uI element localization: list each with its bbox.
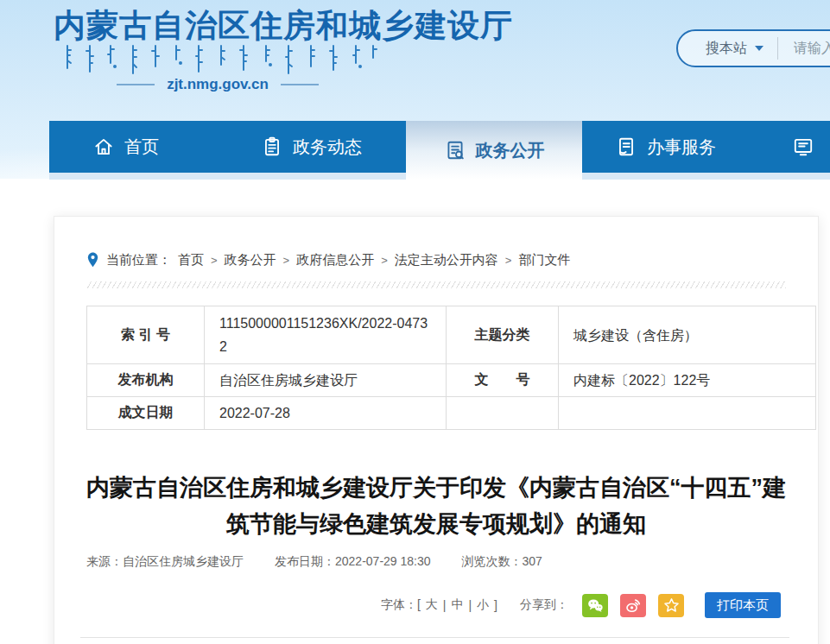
pubdate-value: 2022-07-29 18:30 <box>335 554 431 570</box>
site-domain-row: zjt.nmg.gov.cn <box>54 76 382 93</box>
home-icon <box>92 136 115 158</box>
breadcrumb-item-dept-docs[interactable]: 部门文件 <box>518 252 570 268</box>
font-control-suffix: ] <box>494 598 497 612</box>
weibo-icon <box>624 597 643 615</box>
breadcrumb-item-statutory[interactable]: 法定主动公开内容 <box>395 252 498 268</box>
star-icon <box>662 597 681 615</box>
doc-service-icon <box>615 136 637 158</box>
search-scope-select[interactable]: 搜本站 <box>706 40 747 58</box>
article-meta: 来源： 自治区住房城乡建设厅 发布日期： 2022-07-29 18:30 浏览… <box>86 554 786 570</box>
topic-label: 主题分类 <box>447 306 559 364</box>
content-panel: 当前位置： 首页 > 政务公开 > 政府信息公开 > 法定主动公开内容 > 部门… <box>54 216 819 644</box>
index-label: 索 引 号 <box>87 306 205 364</box>
breadcrumb-item-home[interactable]: 首页 <box>178 252 204 268</box>
article-title: 内蒙古自治区住房和城乡建设厅关于印发《内蒙古自治区“十四五”建筑节能与绿色建筑发… <box>86 470 786 542</box>
site-title[interactable]: 内蒙古自治区住房和城乡建设厅 <box>54 4 513 47</box>
table-row: 索 引 号 1115000001151236XK/2022-04732 主题分类… <box>87 306 816 364</box>
main-nav: 首页 政务动态 政务公开 办事服务 <box>49 121 830 173</box>
breadcrumb-prefix: 当前位置： <box>106 252 171 268</box>
nav-item-label: 政务动态 <box>293 136 362 159</box>
breadcrumb: 当前位置： 首页 > 政务公开 > 政府信息公开 > 法定主动公开内容 > 部门… <box>86 251 786 268</box>
article-source: 来源： 自治区住房城乡建设厅 <box>86 554 244 570</box>
nav-item-services[interactable]: 办事服务 <box>615 121 716 173</box>
agency-label: 发布机构 <box>87 364 205 397</box>
search-input[interactable] <box>792 40 830 57</box>
breadcrumb-item-gov-info[interactable]: 政府信息公开 <box>296 252 374 268</box>
font-control-prefix: 字体：[ <box>381 597 421 613</box>
print-page-button[interactable]: 打印本页 <box>705 592 781 618</box>
monitor-icon <box>792 136 814 158</box>
article-controls: 字体：[ 大 | 中 | 小 ] 分享到： <box>86 592 786 618</box>
date-label: 成文日期 <box>87 397 205 430</box>
map-pin-icon <box>86 251 99 268</box>
font-size-medium-button[interactable]: 中 <box>451 597 463 613</box>
pubdate-label: 发布日期： <box>275 554 335 570</box>
empty-cell <box>559 397 816 430</box>
font-size-large-button[interactable]: 大 <box>426 597 438 613</box>
breadcrumb-item-disclosure[interactable]: 政务公开 <box>225 252 276 268</box>
share-favorite-button[interactable] <box>658 594 684 617</box>
divider-line <box>281 84 319 85</box>
font-size-small-button[interactable]: 小 <box>477 597 489 613</box>
caret-down-icon[interactable] <box>755 46 763 51</box>
site-domain: zjt.nmg.gov.cn <box>167 76 269 93</box>
divider-line <box>117 84 155 85</box>
nav-item-label: 首页 <box>124 136 159 159</box>
breadcrumb-separator: > <box>211 254 218 267</box>
article-views: 浏览次数： 307 <box>462 554 542 570</box>
empty-cell <box>447 397 559 430</box>
article-pubdate: 发布日期： 2022-07-29 18:30 <box>275 554 431 570</box>
nav-item-news[interactable]: 政务动态 <box>261 121 362 173</box>
font-control-separator: | <box>443 598 447 612</box>
table-row: 发布机构 自治区住房城乡建设厅 文 号 内建标〔2022〕122号 <box>87 364 816 397</box>
docno-label: 文 号 <box>447 364 559 397</box>
breadcrumb-separator: > <box>505 254 512 267</box>
nav-item-disclosure-active[interactable]: 政务公开 <box>406 121 582 180</box>
views-value: 307 <box>523 554 542 570</box>
wechat-icon <box>586 597 605 615</box>
clipboard-icon <box>261 136 283 158</box>
breadcrumb-separator: > <box>283 254 290 267</box>
font-size-control: 字体：[ 大 | 中 | 小 ] <box>381 597 497 613</box>
table-row: 成文日期 2022-07-28 <box>87 397 816 430</box>
share-label: 分享到： <box>520 597 568 613</box>
share-wechat-button[interactable] <box>582 594 608 617</box>
source-value: 自治区住房城乡建设厅 <box>123 554 244 570</box>
font-control-separator: | <box>468 598 472 612</box>
topic-value: 城乡建设（含住房） <box>559 306 816 364</box>
docno-value: 内建标〔2022〕122号 <box>559 364 816 397</box>
nav-item-home[interactable]: 首页 <box>92 121 159 173</box>
date-value: 2022-07-28 <box>205 397 447 430</box>
index-value: 1115000001151236XK/2022-04732 <box>205 306 447 364</box>
divider-line <box>777 37 778 60</box>
agency-value: 自治区住房城乡建设厅 <box>205 364 447 397</box>
nav-item-interaction[interactable] <box>792 121 824 173</box>
share-weibo-button[interactable] <box>620 594 646 617</box>
mongolian-script <box>60 43 380 76</box>
nav-item-label: 政务公开 <box>476 139 545 162</box>
section-divider <box>80 637 789 638</box>
breadcrumb-separator: > <box>381 254 388 267</box>
views-label: 浏览次数： <box>462 554 523 570</box>
doc-search-icon <box>444 139 466 161</box>
doc-info-table: 索 引 号 1115000001151236XK/2022-04732 主题分类… <box>86 306 816 430</box>
nav-item-label: 办事服务 <box>647 136 716 159</box>
hatched-divider <box>86 281 786 288</box>
search-box[interactable]: 搜本站 <box>676 29 830 67</box>
source-label: 来源： <box>86 554 123 570</box>
